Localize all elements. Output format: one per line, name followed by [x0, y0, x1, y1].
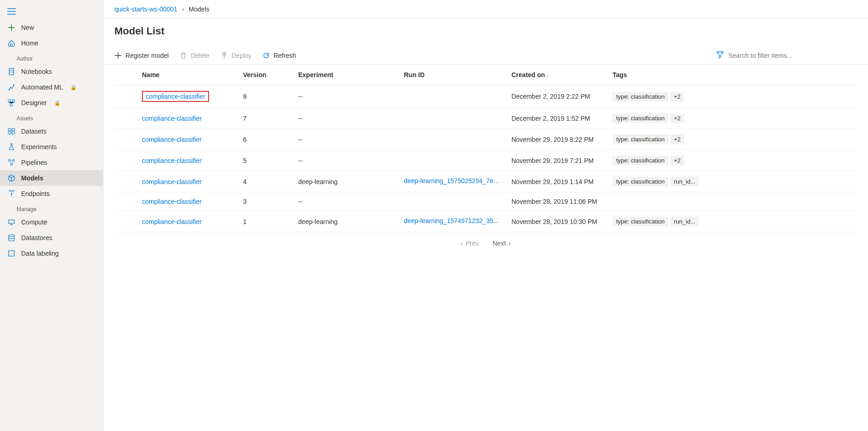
svg-point-10: [8, 159, 10, 161]
sidebar-item-label: Models: [21, 174, 43, 182]
next-button[interactable]: Next ›: [493, 240, 511, 247]
version-cell: 1: [238, 211, 293, 232]
sidebar: New Home Author Notebooks Automated ML 🔒…: [0, 0, 103, 431]
lock-icon: 🔒: [70, 84, 77, 90]
model-name-link[interactable]: compliance-classifier: [142, 178, 202, 185]
sidebar-item-label: New: [21, 24, 34, 31]
checkbox-header: [114, 65, 136, 85]
column-experiment[interactable]: Experiment: [293, 65, 398, 85]
tag: type: classification: [613, 177, 669, 186]
version-cell: 6: [238, 129, 293, 150]
table-row[interactable]: compliance-classifier4deep-learningdeep-…: [114, 171, 857, 192]
pagination: ‹ Prev Next ›: [114, 232, 857, 254]
toolbar-label: Register model: [125, 52, 169, 59]
tag: type: classification: [613, 92, 669, 101]
svg-rect-16: [9, 251, 14, 256]
table-row[interactable]: compliance-classifier6--November 29, 201…: [114, 129, 857, 150]
home-icon: [7, 39, 16, 47]
version-cell: 3: [238, 192, 293, 211]
toolbar-label: Refresh: [273, 52, 296, 59]
created-cell: November 28, 2019 11:06 PM: [506, 192, 607, 211]
tag: type: classification: [613, 134, 669, 144]
plus-icon: [7, 23, 16, 32]
run-id-link[interactable]: deep-learning_1574971232_35...: [404, 217, 499, 224]
sidebar-item-automated-ml[interactable]: Automated ML 🔒: [0, 79, 103, 95]
run-id-link[interactable]: deep-learning_1575025294_7e8...: [404, 177, 500, 185]
toolbar-label: Delete: [191, 52, 209, 59]
models-table: Name Version Experiment Run ID Created o…: [114, 65, 857, 232]
sidebar-item-data-labeling[interactable]: Data labeling: [0, 246, 103, 261]
endpoints-icon: [7, 190, 16, 198]
hamburger-menu[interactable]: [0, 5, 103, 20]
model-name-link[interactable]: compliance-classifier: [142, 136, 202, 143]
sidebar-item-new[interactable]: New: [0, 20, 103, 35]
sidebar-item-compute[interactable]: Compute: [0, 214, 103, 230]
sort-down-icon: ↓: [546, 72, 549, 78]
version-cell: 7: [238, 108, 293, 129]
breadcrumb-workspace-link[interactable]: quick-starts-ws-00001: [114, 6, 177, 13]
version-cell: 5: [238, 150, 293, 171]
created-cell: November 29, 2019 7:21 PM: [506, 150, 607, 171]
column-name[interactable]: Name: [136, 65, 238, 85]
toolbar: Register model Delete Deploy Refresh: [103, 46, 868, 65]
table-row[interactable]: compliance-classifier3--November 28, 201…: [114, 192, 857, 211]
created-cell: November 29, 2019 1:14 PM: [506, 171, 607, 192]
table-row[interactable]: compliance-classifier5--November 29, 201…: [114, 150, 857, 171]
experiment-cell: --: [293, 85, 398, 108]
svg-rect-5: [10, 104, 12, 106]
version-cell: 8: [238, 85, 293, 108]
sidebar-item-pipelines[interactable]: Pipelines: [0, 155, 103, 170]
sidebar-item-home[interactable]: Home: [0, 35, 103, 51]
page-title: Model List: [103, 19, 868, 46]
sidebar-item-label: Pipelines: [21, 159, 47, 166]
column-tags[interactable]: Tags: [607, 65, 857, 85]
refresh-icon: [262, 52, 270, 59]
sidebar-item-endpoints[interactable]: Endpoints: [0, 186, 103, 202]
sidebar-item-datasets[interactable]: Datasets: [0, 123, 103, 139]
svg-point-2: [13, 84, 15, 86]
compute-icon: [7, 218, 16, 226]
tag: +2: [670, 134, 685, 144]
trash-icon: [180, 52, 187, 59]
column-created[interactable]: Created on↓: [506, 65, 607, 85]
plus-icon: [114, 52, 122, 59]
sidebar-section-assets: Assets: [0, 111, 103, 123]
pager-label: Prev: [465, 240, 479, 247]
tag: +2: [670, 92, 685, 101]
model-name-link[interactable]: compliance-classifier: [142, 91, 209, 102]
datasets-icon: [7, 127, 16, 135]
experiment-cell: --: [293, 129, 398, 150]
svg-point-1: [9, 89, 10, 90]
sidebar-item-designer[interactable]: Designer 🔒: [0, 95, 103, 111]
toolbar-label: Deploy: [232, 52, 252, 59]
register-model-button[interactable]: Register model: [114, 52, 169, 59]
table-row[interactable]: compliance-classifier7--December 2, 2019…: [114, 108, 857, 129]
model-name-link[interactable]: compliance-classifier: [142, 198, 202, 205]
sidebar-item-notebooks[interactable]: Notebooks: [0, 64, 103, 79]
created-cell: November 28, 2019 10:30 PM: [506, 211, 607, 232]
column-version[interactable]: Version: [238, 65, 293, 85]
sidebar-item-models[interactable]: Models: [0, 170, 103, 186]
column-run-id[interactable]: Run ID: [398, 65, 506, 85]
pager-label: Next: [493, 240, 506, 247]
model-name-link[interactable]: compliance-classifier: [142, 218, 202, 225]
model-name-link[interactable]: compliance-classifier: [142, 115, 202, 122]
delete-button: Delete: [180, 52, 209, 59]
sidebar-item-label: Compute: [21, 218, 47, 226]
table-row[interactable]: compliance-classifier1deep-learningdeep-…: [114, 211, 857, 232]
experiment-cell: --: [293, 108, 398, 129]
sidebar-section-author: Author: [0, 51, 103, 64]
sidebar-item-experiments[interactable]: Experiments: [0, 139, 103, 155]
svg-point-15: [9, 235, 14, 236]
created-cell: December 2, 2019 2:22 PM: [506, 85, 607, 108]
created-cell: November 29, 2019 8:22 PM: [506, 129, 607, 150]
sidebar-item-label: Datastores: [21, 234, 52, 241]
tag: +2: [670, 156, 685, 165]
sidebar-item-datastores[interactable]: Datastores: [0, 230, 103, 246]
table-row[interactable]: compliance-classifier8--December 2, 2019…: [114, 85, 857, 108]
refresh-button[interactable]: Refresh: [262, 52, 296, 59]
sidebar-item-label: Experiments: [21, 143, 57, 151]
model-name-link[interactable]: compliance-classifier: [142, 157, 202, 164]
search-box[interactable]: [716, 51, 857, 60]
search-input[interactable]: [728, 52, 811, 59]
